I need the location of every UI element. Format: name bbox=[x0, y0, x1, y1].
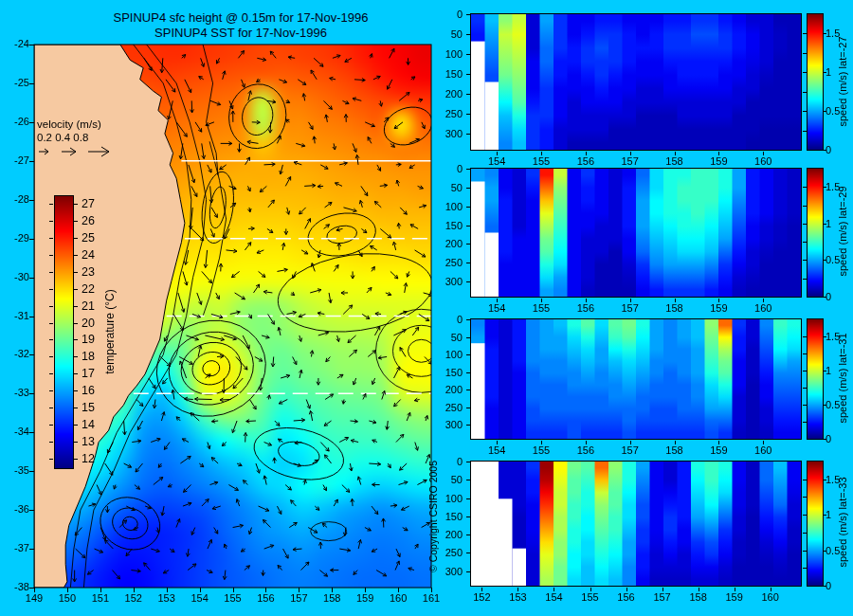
map-lat-tick bbox=[29, 161, 34, 162]
temperature-tick bbox=[49, 459, 53, 460]
section-depth-tick-label: 0 bbox=[457, 314, 463, 325]
speed-tick bbox=[823, 480, 826, 480]
temperature-tick bbox=[49, 204, 53, 205]
section-lon-tick bbox=[771, 588, 771, 591]
temperature-tick-label: 23 bbox=[82, 265, 95, 279]
map-lon-tick bbox=[332, 588, 333, 592]
map-lon-tick-label: 154 bbox=[191, 592, 208, 604]
app-canvas: SPINUP4 sfc height @ 0.15m for 17-Nov-19… bbox=[0, 0, 853, 616]
map-lon-tick-label: 150 bbox=[59, 592, 76, 604]
speed-tick bbox=[823, 439, 826, 440]
temperature-tick-label: 19 bbox=[82, 333, 95, 346]
temperature-tick bbox=[74, 255, 78, 256]
section-depth-tick-label: 100 bbox=[445, 493, 463, 504]
speed-tick bbox=[823, 586, 826, 587]
temperature-tick-label: 13 bbox=[82, 435, 95, 448]
speed-minor-tick bbox=[803, 92, 807, 93]
section-depth-tick-label: 250 bbox=[445, 547, 463, 558]
section-lon-tick bbox=[735, 588, 735, 591]
map-lon-tick bbox=[265, 588, 266, 592]
map-lat-tick-label: -37 bbox=[14, 542, 29, 553]
temperature-tick bbox=[49, 339, 53, 340]
section-depth-tick bbox=[466, 114, 470, 115]
section-depth-tick bbox=[466, 372, 470, 373]
map-lat-tick-label: -26 bbox=[14, 116, 29, 127]
section-depth-tick bbox=[466, 244, 470, 245]
section-lon-tick-label: 159 bbox=[710, 444, 727, 456]
map-lat-tick bbox=[29, 83, 34, 84]
temperature-tick bbox=[49, 238, 53, 239]
section-depth-tick bbox=[466, 534, 470, 535]
temperature-tick bbox=[74, 238, 78, 239]
map-lon-tick-label: 161 bbox=[423, 592, 440, 604]
section-depth-tick-label: 100 bbox=[445, 201, 463, 212]
section-lon-tick-label: 154 bbox=[488, 155, 505, 167]
section-lon-tick-label: 156 bbox=[617, 591, 634, 603]
temperature-tick-label: 18 bbox=[82, 350, 95, 363]
speed-colorbar-lat-27 bbox=[807, 13, 824, 151]
section-lon-tick bbox=[630, 299, 631, 302]
section-depth-tick bbox=[466, 263, 470, 263]
cross-section-lat-27 bbox=[470, 13, 802, 151]
section-depth-tick-label: 50 bbox=[451, 28, 463, 40]
speed-tick-label: 0.5 bbox=[826, 254, 840, 265]
section-depth-tick-label: 200 bbox=[445, 238, 463, 249]
section-lon-tick-label: 153 bbox=[509, 591, 526, 603]
section-lon-tick-label: 157 bbox=[621, 444, 638, 456]
temperature-tick bbox=[74, 356, 78, 357]
section-depth-tick bbox=[466, 34, 470, 35]
copyright-text: © Copyright CSIRO 2005 bbox=[427, 461, 439, 572]
section-lon-tick bbox=[541, 441, 542, 444]
temperature-tick bbox=[74, 272, 78, 273]
section-depth-tick bbox=[466, 54, 470, 55]
temperature-tick-label: 15 bbox=[82, 401, 95, 414]
section-lon-tick-label: 160 bbox=[754, 302, 771, 314]
section-lon-tick bbox=[590, 588, 591, 591]
map-lat-tick bbox=[29, 317, 34, 317]
section-lon-tick-label: 159 bbox=[725, 591, 742, 603]
map-lat-tick bbox=[29, 549, 34, 550]
section-lon-tick-label: 155 bbox=[533, 155, 550, 167]
map-lat-tick-label: -27 bbox=[14, 154, 29, 166]
speed-tick-label: 1.5 bbox=[826, 181, 840, 192]
map-lon-tick-label: 160 bbox=[390, 592, 407, 604]
section-lon-tick bbox=[662, 588, 663, 591]
temperature-tick bbox=[74, 390, 78, 391]
map-lon-tick bbox=[233, 588, 234, 592]
speed-minor-tick bbox=[803, 260, 807, 261]
temperature-tick bbox=[74, 373, 78, 374]
map-lon-tick bbox=[431, 588, 432, 592]
temperature-tick bbox=[49, 221, 53, 222]
temperature-colorbar-label: temperature (°C) bbox=[103, 289, 117, 374]
section-depth-tick bbox=[466, 354, 470, 355]
cross-section-lat-31 bbox=[470, 318, 802, 440]
section-lon-tick bbox=[497, 299, 498, 302]
map-lat-tick-label: -35 bbox=[14, 464, 29, 476]
temperature-tick-label: 27 bbox=[82, 197, 95, 210]
speed-minor-tick bbox=[803, 388, 807, 389]
section-depth-tick-label: 250 bbox=[445, 402, 463, 413]
speed-minor-tick bbox=[803, 533, 807, 534]
section-depth-tick bbox=[466, 571, 470, 572]
temperature-tick bbox=[74, 289, 78, 290]
temperature-tick-label: 14 bbox=[82, 418, 95, 431]
section-lon-tick bbox=[481, 588, 482, 591]
section-depth-tick-label: 0 bbox=[457, 9, 463, 20]
speed-tick bbox=[823, 72, 826, 73]
speed-tick bbox=[823, 150, 826, 151]
section-depth-tick bbox=[466, 390, 470, 390]
section-depth-tick-label: 100 bbox=[445, 349, 463, 360]
section-depth-tick bbox=[466, 462, 470, 462]
section-lon-tick bbox=[630, 152, 631, 155]
map-lat-tick-label: -30 bbox=[14, 271, 29, 282]
speed-minor-tick bbox=[803, 551, 807, 552]
speed-minor-tick bbox=[803, 568, 807, 569]
speed-tick-label: 0.5 bbox=[826, 545, 840, 556]
section-depth-tick-label: 200 bbox=[445, 88, 463, 100]
section-depth-tick-label: 200 bbox=[445, 529, 463, 540]
map-lat-tick bbox=[29, 471, 34, 472]
section-lon-tick bbox=[541, 152, 542, 155]
section-lon-tick-label: 152 bbox=[473, 591, 490, 603]
temperature-tick bbox=[49, 272, 53, 273]
section-depth-tick bbox=[466, 169, 470, 170]
